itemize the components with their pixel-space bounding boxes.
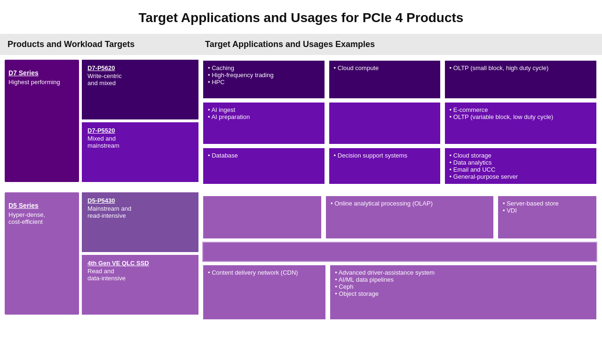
olap-cell: Online analytical processing (OLAP) [325,195,494,239]
ai-ingest-list: AI ingest AI preparation [208,106,320,120]
server-store-item: Server-based store [503,200,592,207]
adas-item: Advanced driver-assistance system [335,269,592,276]
d5-empty-row2 [202,242,597,262]
object-storage-item: Object storage [335,290,592,297]
ecommerce-item: E-commerce [450,106,592,113]
header-products: Products and Workload Targets [8,40,205,49]
d7-row3: Database Decision support systems Cloud … [202,147,597,185]
hpc-item: HPC [208,79,320,86]
ceph-item: Ceph [335,283,592,290]
d7-p5620-card: D7-P5620 Write-centricand mixed [82,60,198,119]
column-headers: Products and Workload Targets Target App… [0,34,602,55]
d7-p5520-desc: Mixed andmainstream [87,135,193,149]
ecommerce-cell: E-commerce OLTP (variable block, low dut… [444,102,597,145]
d7-row1: Caching High-frequency trading HPC Cloud… [202,60,597,99]
oltp-small-cell: OLTP (small block, high duty cycle) [444,60,597,99]
page-title: Target Applications and Usages for PCIe … [0,0,602,34]
products-column: D7 Series Highest performing D7-P5620 Wr… [5,60,198,320]
caching-item: Caching [208,64,320,71]
d5-empty-cell-1 [202,195,322,239]
content-area: D7 Series Highest performing D7-P5620 Wr… [0,55,602,325]
d5-p5430-desc: Mainstream andread-intensive [87,205,193,219]
general-purpose-item: General-purpose server [450,173,592,180]
cdn-list: Content delivery network (CDN) [208,269,321,276]
apps-column: Caching High-frequency trading HPC Cloud… [202,60,597,320]
d5-p5430-card: D5-P5430 Mainstream andread-intensive [82,192,198,252]
adas-list: Advanced driver-assistance system AI/ML … [335,269,592,297]
database-cell: Database [202,147,325,185]
database-list: Database [208,152,320,159]
email-ucc-item: Email and UCC [450,166,592,173]
data-analytics-item: Data analytics [450,159,592,166]
cloud-compute-list: Cloud compute [334,64,436,71]
cloud-storage-item: Cloud storage [450,152,592,159]
oltp-small-list: OLTP (small block, high duty cycle) [450,64,592,71]
main-container: Target Applications and Usages for PCIe … [0,0,602,325]
d7-series-label: D7 Series Highest performing [5,60,79,182]
d7-row2: AI ingest AI preparation E-commerce OLTP… [202,102,597,145]
qlc-link[interactable]: 4th Gen VE QLC SSD [87,260,149,267]
cloud-compute-cell: Cloud compute [328,60,441,99]
d5-series-label: D5 Series Hyper-dense,cost-efficient [5,192,79,315]
d7-section: D7 Series Highest performing D7-P5620 Wr… [5,60,198,182]
decision-support-item: Decision support systems [334,152,436,159]
server-store-cell: Server-based store VDI [497,195,597,239]
adas-cell: Advanced driver-assistance system AI/ML … [329,264,597,320]
decision-support-cell: Decision support systems [328,147,441,185]
d5-row3: Content delivery network (CDN) Advanced … [202,264,597,320]
oltp-small-item: OLTP (small block, high duty cycle) [450,64,592,71]
d5-apps: Online analytical processing (OLAP) Serv… [202,195,597,320]
cloud-compute-item: Cloud compute [334,64,436,71]
ai-prep-item: AI preparation [208,113,320,120]
ai-ingest-item: AI ingest [208,106,320,113]
d7-p5620-desc: Write-centricand mixed [87,72,193,87]
oltp-var-item: OLTP (variable block, low duty cycle) [450,113,592,120]
d7-p5520-card: D7-P5520 Mixed andmainstream [82,122,198,182]
header-apps: Target Applications and Usages Examples [205,40,375,49]
qlc-desc: Read anddata-intensive [87,268,193,282]
olap-list: Online analytical processing (OLAP) [331,200,489,207]
cdn-cell: Content delivery network (CDN) [202,264,326,320]
aiml-item: AI/ML data pipelines [335,276,592,283]
olap-item: Online analytical processing (OLAP) [331,200,489,207]
empty-cell-2 [328,102,441,145]
caching-cell: Caching High-frequency trading HPC [202,60,325,99]
d7-p5620-link[interactable]: D7-P5620 [87,64,115,71]
series-divider [5,186,198,189]
vdi-item: VDI [503,207,592,214]
decision-support-list: Decision support systems [334,152,436,159]
caching-list: Caching High-frequency trading HPC [208,64,320,86]
d5-p5430-link[interactable]: D5-P5430 [87,197,115,204]
hft-item: High-frequency trading [208,71,320,79]
cloud-storage-list: Cloud storage Data analytics Email and U… [450,152,592,180]
d7-apps: Caching High-frequency trading HPC Cloud… [202,60,597,185]
ecommerce-list: E-commerce OLTP (variable block, low dut… [450,106,592,120]
apps-divider [202,189,597,191]
cloud-storage-cell: Cloud storage Data analytics Email and U… [444,147,597,185]
cdn-item: Content delivery network (CDN) [208,269,321,276]
qlc-card: 4th Gen VE QLC SSD Read anddata-intensiv… [82,255,198,315]
d7-p5520-link[interactable]: D7-P5520 [87,127,115,134]
d5-section: D5 Series Hyper-dense,cost-efficient D5-… [5,192,198,315]
d7-products-list: D7-P5620 Write-centricand mixed D7-P5520… [82,60,198,182]
ai-ingest-cell: AI ingest AI preparation [202,102,325,145]
d5-products-list: D5-P5430 Mainstream andread-intensive 4t… [82,192,198,315]
database-item: Database [208,152,320,159]
server-store-list: Server-based store VDI [503,200,592,214]
d5-row2 [202,242,597,262]
d5-row1: Online analytical processing (OLAP) Serv… [202,195,597,239]
